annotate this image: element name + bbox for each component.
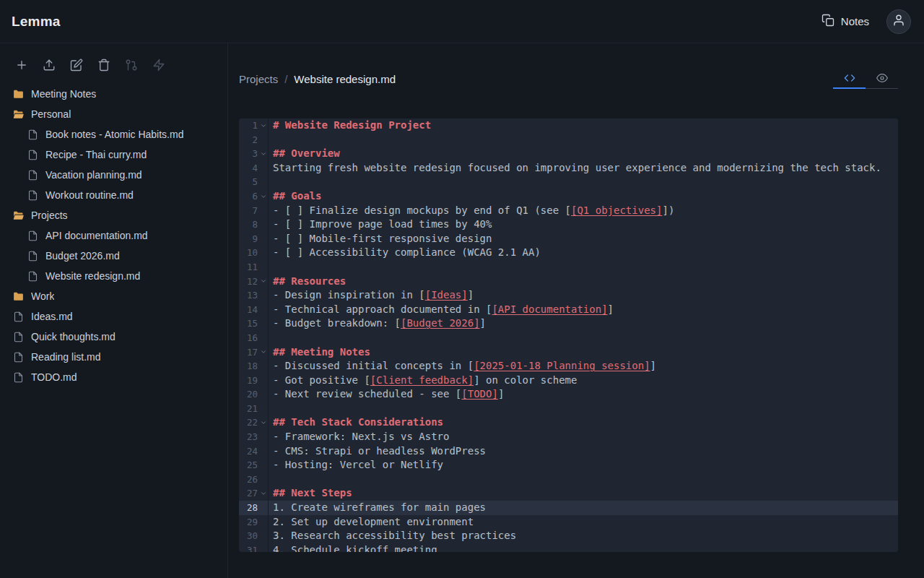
editor-line-12[interactable]: 12## Resources (239, 275, 898, 289)
file-item-api-documentation-md[interactable]: API documentation.md (0, 225, 227, 246)
file-icon (12, 352, 25, 363)
fold-chevron-icon[interactable] (258, 486, 269, 501)
tree-item-label: API documentation.md (45, 230, 148, 241)
file-item-reading-list-md[interactable]: Reading list.md (0, 347, 227, 367)
fold-gutter-spacer (258, 359, 269, 374)
file-item-todo-md[interactable]: TODO.md (0, 367, 227, 387)
editor-line-30[interactable]: 303. Research accessibility best practic… (239, 529, 898, 543)
editor-line-18[interactable]: 18- Discussed initial concepts in [[2025… (239, 359, 898, 374)
folder-item-work[interactable]: Work (0, 286, 227, 306)
view-tab-source[interactable] (833, 69, 866, 89)
editor-line-3[interactable]: 3## Overview (239, 147, 898, 161)
fold-gutter-spacer (258, 529, 269, 543)
editor-line-10[interactable]: 10- [ ] Accessibility compliance (WCAG 2… (239, 246, 898, 260)
editor-line-29[interactable]: 292. Set up development environment (239, 515, 898, 530)
editor-line-16[interactable]: 16 (239, 331, 898, 345)
fold-chevron-icon[interactable] (258, 189, 269, 204)
view-tabs (833, 69, 898, 89)
wiki-link[interactable]: [2025-01-18 Planning session] (474, 360, 650, 371)
new-note-button[interactable] (10, 53, 33, 77)
file-item-book-notes-atomic-habits-md[interactable]: Book notes - Atomic Habits.md (0, 124, 227, 144)
delete-note-button[interactable] (92, 53, 116, 77)
line-number: 17 (239, 345, 258, 360)
wiki-link[interactable]: [Ideas] (425, 289, 468, 301)
fold-chevron-icon[interactable] (258, 415, 269, 430)
sync-button (120, 53, 143, 77)
editor-line-8[interactable]: 8- [ ] Improve page load times by 40% (239, 217, 898, 232)
file-item-quick-thoughts-md[interactable]: Quick thoughts.md (0, 327, 227, 347)
editor-line-27[interactable]: 27## Next Steps (239, 486, 898, 501)
editor-line-11[interactable]: 11 (239, 260, 898, 275)
wiki-link[interactable]: [Q1 objectives] (571, 204, 662, 216)
editor-line-5[interactable]: 5 (239, 175, 898, 189)
editor-line-20[interactable]: 20- Next review scheduled - see [[TODO]] (239, 387, 898, 402)
wiki-link[interactable]: [Budget 2026] (401, 317, 480, 329)
breadcrumb-parent[interactable]: Projects (239, 73, 278, 85)
line-number: 2 (239, 133, 258, 147)
notes-button[interactable]: Notes (814, 9, 876, 33)
fold-gutter-spacer (258, 501, 269, 515)
fold-chevron-icon[interactable] (258, 345, 269, 360)
file-item-budget-2026-md[interactable]: Budget 2026.md (0, 246, 227, 266)
fold-chevron-icon[interactable] (258, 147, 269, 161)
markdown-heading: # Website Redesign Project (273, 119, 431, 131)
markdown-heading: ## Overview (273, 147, 340, 159)
line-number: 3 (239, 147, 258, 161)
line-number: 24 (239, 444, 258, 459)
line-content: Starting fresh website redesign focused … (269, 161, 881, 176)
wiki-link[interactable]: [TODO] (461, 388, 498, 400)
file-icon (27, 129, 39, 140)
file-icon (27, 251, 39, 262)
import-button[interactable] (38, 53, 61, 77)
line-content: ## Goals (269, 189, 321, 204)
view-tab-preview[interactable] (866, 69, 898, 89)
editor-line-14[interactable]: 14- Technical approach documented in [[A… (239, 303, 898, 317)
editor-line-28[interactable]: 281. Create wireframes for main pages (239, 501, 898, 515)
user-avatar[interactable] (886, 9, 911, 34)
line-content: ## Next Steps (269, 486, 352, 501)
editor-line-31[interactable]: 314. Schedule kickoff meeting (239, 543, 898, 552)
editor-line-21[interactable]: 21 (239, 402, 898, 416)
editor-line-23[interactable]: 23- Framework: Next.js vs Astro (239, 430, 898, 444)
file-item-ideas-md[interactable]: Ideas.md (0, 306, 227, 327)
zap-icon (152, 59, 165, 72)
editor-line-17[interactable]: 17## Meeting Notes (239, 345, 898, 360)
markdown-heading: ## Next Steps (273, 487, 352, 499)
sidebar-toolbar (0, 53, 227, 77)
editor-line-26[interactable]: 26 (239, 473, 898, 487)
file-item-workout-routine-md[interactable]: Workout routine.md (0, 185, 227, 205)
file-item-website-redesign-md[interactable]: Website redesign.md (0, 266, 227, 286)
folder-item-projects[interactable]: Projects (0, 205, 227, 225)
folder-item-meeting-notes[interactable]: Meeting Notes (0, 84, 227, 104)
file-item-vacation-planning-md[interactable]: Vacation planning.md (0, 165, 227, 185)
markdown-editor[interactable]: 1# Website Redesign Project23## Overview… (239, 118, 898, 552)
editor-line-25[interactable]: 25- Hosting: Vercel or Netlify (239, 458, 898, 473)
line-content (269, 331, 273, 345)
editor-line-24[interactable]: 24- CMS: Strapi or headless WordPress (239, 444, 898, 459)
editor-line-7[interactable]: 7- [ ] Finalize design mockups by end of… (239, 204, 898, 218)
editor-line-22[interactable]: 22## Tech Stack Considerations (239, 415, 898, 430)
editor-line-1[interactable]: 1# Website Redesign Project (239, 118, 898, 133)
editor-line-4[interactable]: 4Starting fresh website redesign focused… (239, 161, 898, 176)
tree-item-label: Recipe - Thai curry.md (45, 149, 147, 160)
file-item-recipe-thai-curry-md[interactable]: Recipe - Thai curry.md (0, 144, 227, 165)
editor-line-9[interactable]: 9- [ ] Mobile-first responsive design (239, 232, 898, 246)
breadcrumb-separator: / (284, 73, 287, 85)
editor-line-6[interactable]: 6## Goals (239, 189, 898, 204)
folder-item-personal[interactable]: Personal (0, 104, 227, 124)
fold-chevron-icon[interactable] (258, 118, 269, 133)
editor-lines: 1# Website Redesign Project23## Overview… (239, 118, 898, 552)
line-number: 30 (239, 529, 258, 543)
fold-chevron-icon[interactable] (258, 275, 269, 289)
editor-line-19[interactable]: 19- Got positive [[Client feedback]] on … (239, 374, 898, 388)
line-number: 4 (239, 161, 258, 176)
editor-line-2[interactable]: 2 (239, 133, 898, 147)
wiki-link[interactable]: [Client feedback] (370, 374, 474, 386)
edit-note-button[interactable] (65, 53, 88, 77)
editor-line-15[interactable]: 15- Budget breakdown: [[Budget 2026]] (239, 316, 898, 331)
breadcrumb: Projects / Website redesign.md (239, 73, 396, 85)
markdown-text: - [ ] Mobile-first responsive design (273, 233, 492, 244)
editor-line-13[interactable]: 13- Design inspiration in [[Ideas]] (239, 288, 898, 303)
wiki-link[interactable]: [API documentation] (492, 303, 607, 315)
line-number: 18 (239, 359, 258, 374)
